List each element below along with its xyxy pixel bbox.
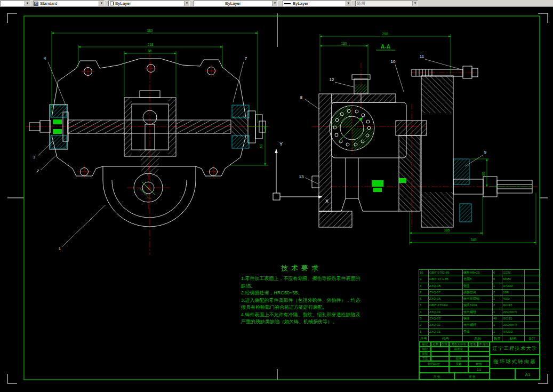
section-view: [312, 63, 538, 229]
cell-stage-boxes: [419, 366, 449, 373]
drawing-title: 循环球式转向器: [490, 355, 540, 369]
ucs-y-label: Y: [279, 141, 283, 147]
combo-value: ByLayer: [292, 1, 346, 6]
style-icon: [34, 2, 38, 6]
bom-header-qty: 数量: [493, 335, 502, 341]
cell-blank: [468, 347, 490, 351]
dimension-label: 340: [471, 238, 477, 242]
bom-header-remark: 备注: [525, 335, 539, 341]
dropdown-arrow-icon: ▼: [412, 1, 418, 6]
cell-blank: [449, 351, 468, 356]
dimension-label: 86: [148, 49, 152, 53]
cell-date: 年月日: [478, 342, 490, 347]
bom-header-name: 名称: [463, 335, 493, 341]
cell-total-sheets: 共 张: [419, 373, 454, 380]
cell-mark: 标记: [419, 342, 431, 347]
cell-check: 审核: [419, 351, 431, 356]
title-block: 10 GB/T 5782-86 螺栓M8×25 6 Q235 9 GB/T 97…: [419, 269, 540, 380]
cell-blank: [431, 356, 449, 361]
cell-standardize: 标准化: [449, 347, 468, 351]
dropdown-arrow-icon: ▼: [346, 1, 351, 6]
cell-blank: [431, 347, 449, 351]
front-view: [26, 51, 269, 255]
cell-scale-value: 1:1: [468, 366, 490, 373]
bom-header-code: 代号: [429, 335, 463, 341]
balloon-number: 2: [37, 169, 39, 173]
combo-value: [1, 1, 25, 6]
cell-blank: [449, 366, 468, 373]
cell-count: 处数: [431, 342, 440, 347]
balloon-number: 13: [299, 174, 304, 179]
cell-sign: 签名: [468, 342, 478, 347]
combo-value: 随层: [356, 1, 412, 6]
balloon-number: 8: [300, 95, 303, 100]
cell-scale-label: 比例: [468, 361, 490, 366]
bom-header-no: 序号: [419, 335, 429, 341]
cell-blank: [468, 356, 490, 361]
dimension-label: 260: [382, 32, 388, 36]
bom-header-row: 序号 代号 名称 数量 材料 备注: [419, 335, 539, 342]
balloon-number: 7: [245, 56, 247, 61]
table-row: 5 GB/T 276-94 轴承6204 2 GCr15: [419, 302, 539, 309]
balloon-number: 1: [59, 246, 61, 251]
section-label: A-A: [381, 44, 390, 50]
dropdown-arrow-icon: ▼: [184, 1, 189, 6]
dropdown-arrow-icon: ▼: [99, 1, 104, 6]
technical-requirement-item: 4.铸件表面上不允许有冷隔、裂纹、缩孔和穿透性缺陷及严重的残缺类缺陷（如欠铸、机…: [241, 311, 362, 326]
technical-requirement-item: 1.零件加工表面上，不应有划痕、擦伤等损伤零件表面的缺陷。: [241, 275, 362, 290]
toolbar-combo-stub[interactable]: ▼: [0, 1, 30, 6]
balloon-number: 11: [420, 54, 424, 59]
cell-weight: 质量: [449, 361, 468, 366]
technical-requirements-list: 1.零件加工表面上，不应有划痕、擦伤等损伤零件表面的缺陷。2.经调质处理，HRC…: [241, 275, 362, 326]
cell-process: 工艺: [419, 356, 431, 361]
cell-design: 设计: [419, 347, 431, 351]
technical-requirements: 技术要求 1.零件加工表面上，不应有划痕、擦伤等损伤零件表面的缺陷。2.经调质处…: [241, 263, 362, 326]
dimension-label: 60: [259, 144, 263, 148]
balloon-number: 12: [330, 77, 334, 82]
balloon-number: 4: [44, 56, 46, 61]
table-row: 4 ZXQ-04 转向螺母 1 20CrMnTi: [419, 309, 539, 316]
lineweight-icon: [284, 3, 291, 4]
dimension-label: 218: [148, 43, 154, 46]
combo-value: ByLayer: [194, 1, 272, 6]
dropdown-arrow-icon: ▼: [272, 1, 277, 6]
cell-blank: [431, 351, 449, 356]
color-swatch-icon: [110, 2, 114, 5]
dimension-label: 130: [341, 42, 347, 45]
bom-table: 10 GB/T 5782-86 螺栓M8×25 6 Q235 9 GB/T 97…: [419, 270, 539, 335]
cell-approve: 批准: [449, 356, 468, 361]
balloon-number: 10: [391, 59, 396, 64]
organization-name: 辽宁工程技术大学: [490, 342, 540, 355]
cell-change-no: 更改文件号: [449, 342, 468, 347]
dimension-label: 90: [482, 172, 485, 176]
combo-value: Standard: [39, 1, 99, 6]
plot-style-combo[interactable]: 随层 ▼: [355, 1, 418, 6]
bom-header-material: 材料: [502, 335, 525, 341]
table-row: 10 GB/T 5782-86 螺栓M8×25 6 Q235: [419, 270, 539, 276]
table-row: 3 ZXQ-03 钢球 48 GCr15: [419, 316, 539, 322]
technical-requirement-item: 2.经调质处理，HRC50~55。: [241, 290, 362, 297]
ucs-x-label: X: [325, 198, 328, 204]
table-row: 6 ZXQ-06 转向摇臂轴 1 40Cr: [419, 296, 539, 302]
combo-value: ByLayer: [114, 1, 184, 6]
dropdown-arrow-icon: ▼: [25, 1, 30, 6]
cell-zone: 分区: [440, 342, 449, 347]
cad-application-window: 380 218 86 60 260 130 90 185 340 A-A: [0, 0, 553, 392]
toolbar: ▼ Standard ▼ ByLayer ▼ ByLayer ▼ ByLayer…: [0, 0, 553, 7]
technical-requirement-item: 3.进入装配的零件及部件（包括外购件、外协件），均必须具有检验部门的合格证方能进…: [241, 297, 362, 311]
table-row: 2 ZXQ-02 转向螺杆 1 20CrMnTi: [419, 322, 539, 329]
text-style-combo[interactable]: Standard ▼: [33, 1, 105, 6]
balloon-number: 3: [33, 155, 36, 159]
cell-stage: 阶段标记: [419, 361, 449, 366]
color-combo[interactable]: ByLayer ▼: [108, 1, 190, 6]
lineweight-combo[interactable]: ByLayer ▼: [283, 1, 351, 6]
cell-sheet-no: 第 张: [454, 373, 490, 380]
table-row: 9 GB/T 97.1-85 垫圈8 6 65Mn: [419, 276, 539, 283]
balloon-number: 9: [484, 150, 487, 155]
technical-requirements-title: 技术要求: [241, 263, 362, 273]
dimension-label: 185: [444, 228, 450, 232]
dimension-label: 380: [147, 29, 153, 33]
table-row: 7 ZXQ-07 调整垫片 2 08F: [419, 290, 539, 296]
linetype-combo[interactable]: ByLayer ▼: [194, 1, 278, 6]
sheet-size: A1: [515, 369, 540, 380]
